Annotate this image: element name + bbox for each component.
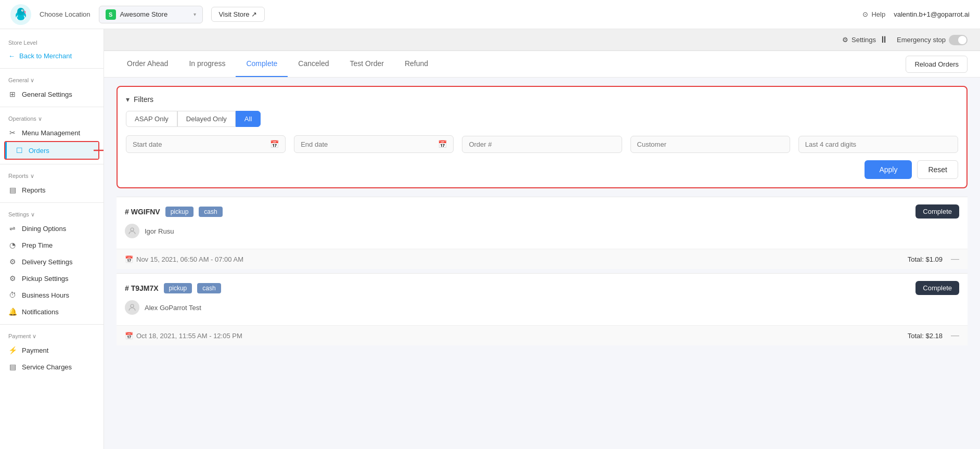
order-card-inner: # T9JM7X pickupcash Complete Alex GoParr… — [117, 274, 968, 325]
start-date-input[interactable] — [133, 140, 266, 148]
settings-section-label: Settings ∨ — [0, 207, 104, 220]
reload-orders-button[interactable]: Reload Orders — [906, 56, 968, 73]
order-card-inner: # WGIFNV pickupcash Complete Igor Rusu — [117, 197, 968, 249]
end-date-input-wrap[interactable]: 📅 — [294, 135, 454, 153]
tag-pickup: pickup — [164, 283, 192, 293]
clock-icon: ◔ — [8, 241, 17, 249]
settings-toggle-icon: ⏸ — [879, 34, 888, 45]
sidebar-item-prep-time[interactable]: ◔ Prep Time — [0, 237, 104, 253]
tag-cash: cash — [199, 207, 222, 217]
customer-input[interactable] — [637, 140, 783, 148]
status-complete-button[interactable]: Complete — [915, 204, 959, 219]
operations-section-label: Operations ∨ — [0, 111, 104, 124]
order-number: # T9JM7X — [125, 284, 159, 292]
sidebar-item-menu-management[interactable]: ✂ Menu Management — [0, 124, 104, 141]
customer-name: Igor Rusu — [145, 227, 174, 235]
avatar — [125, 300, 139, 315]
delivery-icon: ⚙ — [8, 258, 17, 266]
order-card: # WGIFNV pickupcash Complete Igor Rusu 📅… — [117, 197, 968, 269]
reset-button[interactable]: Reset — [917, 160, 958, 179]
order-date: 📅 Oct 18, 2021, 11:55 AM - 12:05 PM — [125, 332, 242, 340]
help-button[interactable]: ⊙ Help — [862, 10, 885, 18]
filter-actions: Apply Reset — [126, 160, 958, 179]
customer-input-wrap[interactable] — [630, 136, 790, 153]
svg-point-8 — [131, 304, 134, 307]
filters-header: ▾ Filters — [126, 95, 958, 104]
tab-refund[interactable]: Refund — [394, 51, 439, 77]
sidebar-item-dining-options[interactable]: ⇌ Dining Options — [0, 220, 104, 237]
apply-button[interactable]: Apply — [865, 160, 912, 179]
collapse-icon[interactable]: — — [951, 254, 959, 264]
content-area: ▾ Filters ASAP Only Delayed Only All 📅 📅 — [104, 78, 980, 354]
card-digits-input-wrap[interactable] — [798, 136, 958, 153]
orders-icon: ☐ — [15, 146, 23, 155]
sidebar-item-general-settings[interactable]: ⊞ General Settings — [0, 86, 104, 102]
filter-type-buttons: ASAP Only Delayed Only All — [126, 111, 958, 127]
order-date-text: Nov 15, 2021, 06:50 AM - 07:00 AM — [136, 255, 243, 263]
store-level-label: Store Level — [0, 35, 104, 48]
order-num-input[interactable] — [469, 140, 615, 148]
pickup-icon: ⚙ — [8, 274, 17, 283]
main-content: ⚙ Settings ⏸ Emergency stop Order Ahead … — [104, 29, 980, 354]
user-email: valentin.b+1@goparrot.ai — [894, 10, 970, 18]
tabs-area: Order Ahead In progress Complete Cancele… — [104, 51, 980, 78]
sidebar-item-pickup-settings[interactable]: ⚙ Pickup Settings — [0, 270, 104, 287]
order-date-text: Oct 18, 2021, 11:55 AM - 12:05 PM — [136, 332, 242, 340]
order-top: # T9JM7X pickupcash Complete — [125, 281, 959, 295]
start-date-input-wrap[interactable]: 📅 — [126, 135, 286, 153]
order-card: # T9JM7X pickupcash Complete Alex GoParr… — [117, 273, 968, 345]
delayed-only-button[interactable]: Delayed Only — [177, 111, 236, 127]
end-date-input[interactable] — [301, 140, 434, 148]
sidebar-item-delivery-settings[interactable]: ⚙ Delivery Settings — [0, 253, 104, 270]
order-footer: 📅 Oct 18, 2021, 11:55 AM - 12:05 PM Tota… — [117, 325, 968, 345]
status-complete-button[interactable]: Complete — [915, 281, 959, 295]
location-dropdown[interactable]: S Awesome Store ▾ — [99, 6, 203, 23]
sidebar-item-notifications[interactable]: 🔔 Notifications — [0, 303, 104, 320]
tab-order-ahead[interactable]: Order Ahead — [117, 51, 178, 77]
sidebar-item-orders[interactable]: ☐ Orders — [5, 142, 98, 159]
svg-point-2 — [17, 8, 24, 15]
scissors-icon: ✂ — [8, 129, 17, 137]
tab-complete[interactable]: Complete — [236, 51, 288, 77]
avatar — [125, 224, 139, 238]
back-to-merchant-button[interactable]: ← Back to Merchant — [0, 48, 104, 64]
all-button[interactable]: All — [236, 111, 261, 127]
card-digits-input[interactable] — [805, 140, 951, 148]
dining-icon: ⇌ — [8, 224, 17, 233]
svg-point-7 — [131, 228, 134, 231]
order-number: # WGIFNV — [125, 208, 160, 216]
order-total: Total: $1.09 — [908, 255, 943, 263]
visit-store-button[interactable]: Visit Store ↗ — [211, 7, 265, 22]
arrow-left-icon: ← — [8, 52, 15, 60]
customer-name: Alex GoParrot Test — [145, 304, 201, 312]
help-circle-icon: ⊙ — [862, 10, 868, 18]
asap-only-button[interactable]: ASAP Only — [126, 111, 177, 127]
calendar-icon: 📅 — [270, 140, 279, 148]
order-num-input-wrap[interactable] — [462, 136, 622, 153]
calendar-icon-order: 📅 — [125, 332, 133, 340]
general-section-label: General ∨ — [0, 73, 104, 86]
hours-icon: ⏱ — [8, 291, 17, 299]
filters-box: ▾ Filters ASAP Only Delayed Only All 📅 📅 — [117, 86, 968, 188]
emergency-stop-toggle[interactable] — [949, 35, 968, 45]
tab-canceled[interactable]: Canceled — [288, 51, 339, 77]
collapse-icon[interactable]: — — [951, 331, 959, 340]
chevron-down-icon: ▾ — [194, 11, 196, 17]
tag-pickup: pickup — [165, 207, 194, 217]
order-date: 📅 Nov 15, 2021, 06:50 AM - 07:00 AM — [125, 255, 243, 263]
calendar-icon-2: 📅 — [438, 140, 447, 148]
tab-test-order[interactable]: Test Order — [340, 51, 394, 77]
location-icon: S — [106, 9, 116, 20]
sidebar-item-reports[interactable]: ▤ Reports — [0, 182, 104, 198]
reports-section-label: Reports ∨ — [0, 169, 104, 182]
settings-bar-item[interactable]: ⚙ Settings ⏸ — [842, 34, 888, 45]
order-customer: Alex GoParrot Test — [125, 300, 959, 315]
settings-bar: ⚙ Settings ⏸ Emergency stop — [104, 29, 980, 51]
order-list: # WGIFNV pickupcash Complete Igor Rusu 📅… — [117, 197, 968, 345]
svg-point-4 — [22, 9, 23, 10]
sidebar-item-payment[interactable]: ⚡ Payment — [0, 342, 104, 354]
bar-chart-icon: ▤ — [8, 186, 17, 194]
grid-icon: ⊞ — [8, 90, 17, 98]
tab-in-progress[interactable]: In progress — [178, 51, 236, 77]
sidebar-item-business-hours[interactable]: ⏱ Business Hours — [0, 287, 104, 303]
